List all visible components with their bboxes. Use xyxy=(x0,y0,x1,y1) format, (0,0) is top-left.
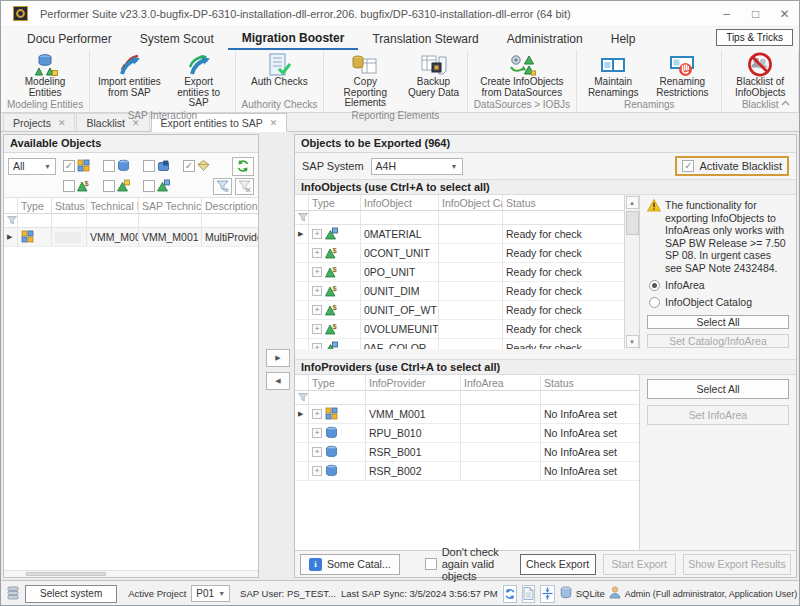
grid-filter-row[interactable] xyxy=(295,211,624,225)
expand-icon[interactable]: + xyxy=(312,324,322,334)
tab-migration-booster[interactable]: Migration Booster xyxy=(228,27,359,50)
maximize-button[interactable]: □ xyxy=(741,1,770,26)
document-log-button[interactable] xyxy=(522,585,535,603)
refresh-objects-button[interactable] xyxy=(232,157,254,176)
filter-timechar-checkbox[interactable] xyxy=(143,180,155,192)
select-all-infoobjects-button[interactable]: Select All xyxy=(647,315,789,329)
tab-administration[interactable]: Administration xyxy=(493,27,597,50)
expand-icon[interactable]: + xyxy=(312,248,322,258)
start-export-button[interactable]: Start Export xyxy=(603,554,676,575)
expand-icon[interactable]: + xyxy=(312,305,322,315)
table-row[interactable]: + 0AF_COLOR Ready for check xyxy=(295,339,624,349)
table-row[interactable]: +$ 0CONT_UNIT Ready for check xyxy=(295,244,624,263)
dont-check-again-checkbox[interactable] xyxy=(425,558,437,570)
minimize-button[interactable]: – xyxy=(712,1,741,26)
table-row[interactable]: ▶ + VMM_M001 No InfoArea set xyxy=(295,405,639,424)
check-export-button[interactable]: Check Export xyxy=(520,554,596,575)
tips-and-tricks-button[interactable]: Tips & Tricks xyxy=(716,29,793,46)
tab-docu-performer[interactable]: Docu Performer xyxy=(13,27,126,50)
column-header-type[interactable]: Type xyxy=(309,195,361,210)
expand-icon[interactable]: + xyxy=(312,267,322,277)
create-infoobjects-button[interactable]: Create InfoObjects from DataSources xyxy=(474,50,570,98)
column-header-status[interactable]: Status xyxy=(503,195,624,210)
close-tab-icon[interactable]: ✕ xyxy=(58,118,66,128)
tab-system-scout[interactable]: System Scout xyxy=(126,27,228,50)
expand-icon[interactable]: + xyxy=(312,466,322,476)
export-entities-button[interactable]: Export entities to SAP xyxy=(167,50,231,109)
horizontal-scrollbar[interactable] xyxy=(4,570,258,577)
select-system-button[interactable]: Select system xyxy=(25,585,117,603)
maintain-renamings-button[interactable]: Maintain Renamings xyxy=(581,50,645,98)
column-header-technical[interactable]: Technical N... xyxy=(87,198,139,213)
expand-icon[interactable]: + xyxy=(312,428,322,438)
column-header-infoarea[interactable]: InfoArea xyxy=(461,375,541,390)
sync-refresh-button[interactable] xyxy=(503,585,517,603)
close-button[interactable]: ✕ xyxy=(770,1,799,26)
expand-icon[interactable]: + xyxy=(312,229,322,239)
filter-infocube-checkbox[interactable] xyxy=(103,160,115,172)
column-header-infoprovider[interactable]: InfoProvider xyxy=(366,375,461,390)
expand-icon[interactable]: + xyxy=(312,286,322,296)
filter-adso-checkbox[interactable] xyxy=(143,160,155,172)
apply-filter-button[interactable] xyxy=(213,178,232,195)
scrollbar-thumb[interactable] xyxy=(26,572,106,576)
grid-filter-row[interactable] xyxy=(295,391,639,405)
type-filter-dropdown[interactable]: All▼ xyxy=(8,158,56,175)
table-row[interactable]: + RPU_B010 No InfoArea set xyxy=(295,424,639,443)
filter-unit-checkbox[interactable] xyxy=(63,180,75,192)
auth-checks-button[interactable]: Auth Checks xyxy=(248,50,311,98)
table-row[interactable]: + RSR_B001 No InfoArea set xyxy=(295,443,639,462)
scrollbar-thumb[interactable] xyxy=(626,211,639,235)
show-export-results-button[interactable]: Show Export Results xyxy=(683,554,791,575)
blacklist-infoobjects-button[interactable]: Blacklist of InfoObjects xyxy=(726,50,794,98)
active-project-dropdown[interactable]: P01▼ xyxy=(191,585,230,602)
set-infoarea-button[interactable]: Set InfoArea xyxy=(647,405,789,425)
column-header-sap-technical[interactable]: SAP Technical ... xyxy=(139,198,202,213)
filter-composite-checkbox[interactable] xyxy=(183,160,195,172)
table-row[interactable]: ▶ + 0MATERIAL Ready for check xyxy=(295,225,624,244)
infoobject-catalog-radio[interactable] xyxy=(649,297,660,308)
column-header-description[interactable]: Description ... xyxy=(202,198,258,213)
import-entities-button[interactable]: Import entities from SAP xyxy=(94,50,165,109)
renaming-restrictions-button[interactable]: Renaming Restrictions xyxy=(647,50,717,98)
activate-blacklist-checkbox[interactable] xyxy=(682,160,694,172)
scroll-up-icon[interactable]: ▲ xyxy=(626,196,639,209)
select-all-infoproviders-button[interactable]: Select All xyxy=(647,379,789,399)
table-row[interactable]: +$ 0UNIT_OF_WT Ready for check xyxy=(295,301,624,320)
filter-characteristic-checkbox[interactable] xyxy=(103,180,115,192)
scroll-down-icon[interactable]: ▼ xyxy=(626,335,639,348)
clear-filter-button[interactable] xyxy=(235,178,254,195)
column-header-infoobject[interactable]: InfoObject xyxy=(361,195,439,210)
copy-reporting-button[interactable]: Copy Reporting Elements xyxy=(328,50,402,109)
collapse-ribbon-icon[interactable] xyxy=(781,96,790,108)
grid-filter-row[interactable] xyxy=(4,214,258,228)
table-row[interactable]: ▶ VMM_M001 VMM_M001 MultiProvide... xyxy=(4,228,258,247)
move-left-button[interactable]: ◀ xyxy=(266,372,290,390)
table-row[interactable]: +$ 0VOLUMEUNIT Ready for check xyxy=(295,320,624,339)
infoobject-catalog-radio-row[interactable]: InfoObject Catalog xyxy=(649,296,789,308)
doc-tab-projects[interactable]: Projects✕ xyxy=(3,113,75,131)
expand-icon[interactable]: + xyxy=(312,409,322,419)
align-center-button[interactable] xyxy=(540,585,555,603)
tab-translation-steward[interactable]: Translation Steward xyxy=(358,27,492,50)
move-right-button[interactable]: ▶ xyxy=(266,349,290,367)
vertical-scrollbar[interactable]: ▲ ▼ xyxy=(625,195,640,349)
column-header-type[interactable]: Type xyxy=(18,198,52,213)
infoarea-radio[interactable] xyxy=(649,280,660,291)
tab-help[interactable]: Help xyxy=(597,27,650,50)
column-header-catalog[interactable]: InfoObject Ca... xyxy=(439,195,503,210)
column-header-status[interactable]: Status xyxy=(52,198,87,213)
sap-system-dropdown[interactable]: A4H▼ xyxy=(371,158,463,175)
some-catalogs-button[interactable]: i Some Catal... xyxy=(300,554,400,575)
set-catalog-infoarea-button[interactable]: Set Catalog/InfoArea xyxy=(647,334,789,348)
close-tab-icon[interactable]: ✕ xyxy=(270,118,278,128)
modeling-entities-button[interactable]: Modeling Entities xyxy=(5,50,85,98)
expand-icon[interactable]: + xyxy=(312,447,322,457)
infoarea-radio-row[interactable]: InfoArea xyxy=(649,279,789,291)
table-row[interactable]: + RSR_B002 No InfoArea set xyxy=(295,462,639,481)
backup-query-button[interactable]: Backup Query Data xyxy=(404,50,462,109)
filter-multiprovider-checkbox[interactable] xyxy=(63,160,75,172)
column-header-type[interactable]: Type xyxy=(309,375,366,390)
table-row[interactable]: +$ 0UNIT_DIM Ready for check xyxy=(295,282,624,301)
column-header-status[interactable]: Status xyxy=(541,375,639,390)
